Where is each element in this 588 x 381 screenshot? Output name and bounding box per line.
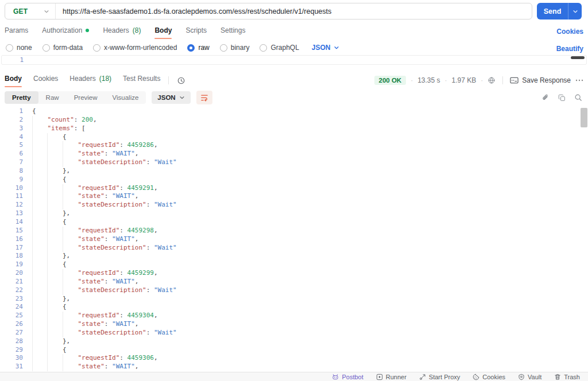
view-preview[interactable]: Preview — [67, 91, 105, 104]
token: "WAIT" — [112, 235, 135, 244]
copy-icon[interactable] — [558, 94, 566, 102]
body-mode-form-data[interactable]: form-data — [42, 44, 83, 52]
indent-guide — [47, 158, 62, 167]
token: 4459298 — [127, 227, 154, 235]
more-options-icon[interactable] — [575, 79, 583, 81]
line-number: 29 — [0, 346, 23, 355]
body-mode-raw[interactable]: raw — [187, 44, 209, 52]
response-time: 13.35 s — [417, 76, 440, 84]
token: "state" — [78, 192, 104, 201]
indent-guide — [32, 252, 47, 261]
search-icon[interactable] — [574, 94, 582, 102]
token: : — [146, 158, 154, 167]
token: : — [119, 184, 127, 193]
code-line: 22"stateDescription": "Wait" — [0, 286, 588, 295]
statusbar-start-proxy[interactable]: Start Proxy — [419, 374, 460, 380]
statusbar-runner[interactable]: Runner — [376, 374, 407, 380]
url-input[interactable]: https://fa-esfe-saasfademo1.ds-fa.oracle… — [56, 7, 532, 15]
indent-guide — [32, 209, 47, 218]
token: }, — [63, 295, 70, 304]
request-tab-scripts[interactable]: Scripts — [185, 26, 207, 38]
raw-language-label: JSON — [312, 44, 331, 52]
response-tab-cookies[interactable]: Cookies — [33, 75, 58, 86]
beautify-link[interactable]: Beautify — [556, 45, 583, 53]
view-raw[interactable]: Raw — [38, 91, 67, 104]
gutter-gap — [23, 278, 32, 286]
indent-guide — [47, 337, 62, 346]
line-number: 30 — [0, 354, 23, 363]
token: : — [105, 363, 112, 371]
token: { — [63, 346, 67, 355]
indent-guide — [32, 235, 47, 244]
body-mode-binary[interactable]: binary — [220, 44, 250, 52]
token: , — [154, 269, 158, 278]
statusbar-postbot[interactable]: Postbot — [332, 374, 363, 380]
request-tab-authorization[interactable]: Authorization — [42, 26, 89, 38]
gutter-gap — [23, 337, 32, 346]
token: : — [105, 278, 112, 286]
save-response-icon — [510, 77, 519, 84]
send-label[interactable]: Send — [537, 3, 568, 20]
view-visualize[interactable]: Visualize — [105, 91, 146, 104]
radio-icon — [187, 44, 195, 52]
request-tab-headers[interactable]: Headers(8) — [103, 26, 141, 38]
response-scrollbar[interactable] — [581, 108, 587, 127]
raw-language-dropdown[interactable]: JSON — [312, 44, 339, 52]
token: { — [63, 303, 67, 312]
token: "stateDescription" — [78, 244, 146, 252]
request-tab-settings[interactable]: Settings — [220, 26, 245, 38]
chevron-down-icon — [334, 45, 339, 50]
indent-guide — [32, 354, 47, 363]
statusbar-vault[interactable]: Vault — [518, 374, 541, 380]
tab-label: Body — [5, 75, 22, 83]
token: { — [63, 261, 67, 269]
response-meta: 200 OK 13.35 s 1.97 KB Save Response — [374, 76, 583, 85]
request-tab-params[interactable]: Params — [5, 26, 28, 38]
request-tab-body[interactable]: Body — [154, 26, 172, 38]
response-tab-body[interactable]: Body — [5, 75, 22, 86]
radio-icon — [260, 44, 267, 52]
body-mode-graphql[interactable]: GraphQL — [260, 44, 299, 52]
response-tab-test-results[interactable]: Test Results — [123, 75, 160, 86]
view-pretty[interactable]: Pretty — [5, 91, 38, 104]
token: , — [154, 312, 158, 320]
wrap-text-icon[interactable] — [196, 91, 212, 104]
editor-scrollbar[interactable] — [571, 56, 585, 59]
send-options-button[interactable] — [568, 3, 582, 20]
history-clock-icon[interactable] — [177, 76, 185, 85]
runner-icon — [376, 374, 383, 380]
request-body-editor[interactable]: 1 — [1, 55, 587, 65]
gutter-gap — [23, 269, 32, 278]
response-tab-headers[interactable]: Headers(18) — [69, 75, 111, 86]
globe-lock-icon[interactable] — [488, 76, 496, 84]
gutter-gap — [23, 176, 32, 184]
indent-guide — [32, 218, 47, 227]
statusbar-trash[interactable]: Trash — [554, 374, 580, 380]
statusbar-cookies[interactable]: Cookies — [473, 374, 505, 380]
divider — [168, 76, 169, 84]
code-line: 10"requestId": 4459291, — [0, 184, 588, 193]
gutter-gap — [23, 150, 32, 158]
link-icon[interactable] — [541, 94, 550, 102]
code-line: 26"state": "WAIT", — [0, 320, 588, 329]
tab-label: Authorization — [42, 26, 82, 34]
send-button[interactable]: Send — [537, 3, 582, 20]
body-mode-none[interactable]: none — [6, 44, 32, 52]
save-response-button[interactable]: Save Response — [510, 76, 571, 84]
line-number: 19 — [0, 261, 23, 269]
method-selector[interactable]: GET — [5, 3, 56, 19]
indent-guide — [63, 320, 78, 329]
response-language-dropdown[interactable]: JSON — [152, 91, 190, 104]
radio-icon — [6, 44, 13, 52]
token: { — [63, 133, 67, 142]
token: : — [119, 227, 127, 235]
token: { — [63, 218, 67, 227]
cookies-link[interactable]: Cookies — [556, 28, 583, 36]
token: "state" — [78, 363, 104, 371]
token: "state" — [78, 235, 104, 244]
response-body-viewer[interactable]: 1{2"count": 200,3"items": [4{5"requestId… — [0, 107, 588, 372]
line-number: 12 — [0, 201, 23, 209]
token: "items" — [47, 125, 74, 133]
tab-count-badge: (8) — [133, 26, 141, 34]
body-mode-x-www-form-urlencoded[interactable]: x-www-form-urlencoded — [93, 44, 177, 52]
